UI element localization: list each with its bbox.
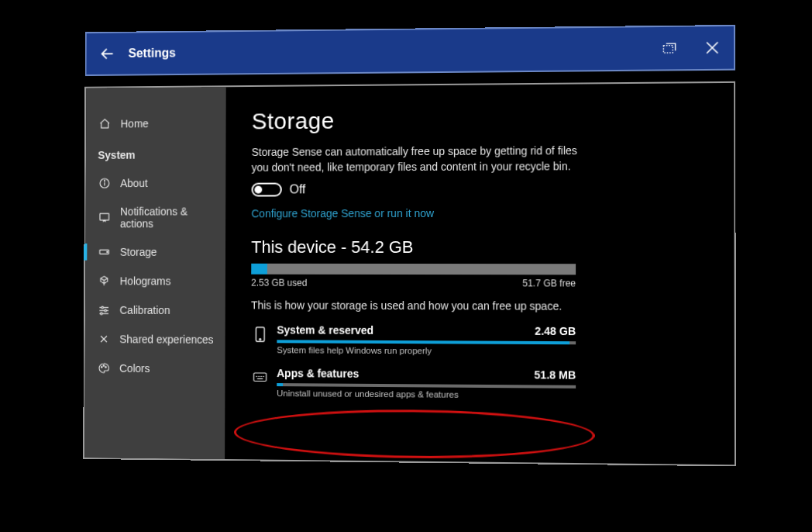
svg-point-12 [101,313,103,315]
main-content: Storage Storage Sense can automatically … [225,83,735,465]
breakdown-description: This is how your storage is used and how… [251,299,707,313]
sidebar-item-home[interactable]: Home [86,109,226,139]
close-icon [705,40,719,54]
storage-sense-toggle-label: Off [290,183,306,197]
sidebar-item-label: Storage [120,246,157,258]
svg-point-15 [105,367,107,368]
device-usage-fill [251,264,267,275]
svg-rect-18 [253,373,266,382]
row-bar-fill [277,383,283,386]
svg-point-14 [103,365,105,367]
settings-window: Settings Home Sy [83,25,736,466]
titlebar: Settings [85,25,736,76]
svg-point-13 [101,367,102,368]
sliders-icon [97,303,110,317]
row-name: Apps & features [277,367,359,380]
sidebar-item-label: About [120,177,147,189]
storage-sense-description: Storage Sense can automatically free up … [252,143,584,175]
sidebar-item-about[interactable]: About [86,168,226,198]
close-button[interactable] [691,26,734,69]
sidebar: Home System About Notifications & action… [84,87,226,459]
storage-row-system-reserved[interactable]: System & reserved 2.48 GB System files h… [251,323,707,357]
device-icon [251,323,270,345]
info-icon [98,176,111,190]
window-title: Settings [129,47,176,60]
sidebar-item-calibration[interactable]: Calibration [85,295,225,325]
row-sub: Uninstall unused or undesired apps & fea… [277,389,707,401]
sidebar-item-storage[interactable]: Storage [85,237,225,267]
row-sub: System files help Windows run properly [277,345,707,357]
row-bar-fill [277,340,569,344]
page-title: Storage [252,105,707,135]
sidebar-item-label: Shared experiences [119,333,213,345]
toggle-knob [254,186,262,194]
row-bar [277,383,576,389]
back-button[interactable] [86,33,128,74]
row-size: 2.48 GB [535,325,576,337]
multitask-button[interactable] [648,27,690,70]
device-usage-bar [251,264,576,275]
holograms-icon [98,274,111,288]
storage-row-apps-features[interactable]: Apps & features 51.8 MB Uninstall unused… [251,367,707,401]
configure-storage-sense-link[interactable]: Configure Storage Sense or run it now [251,207,434,219]
window-body: Home System About Notifications & action… [83,81,736,467]
row-bar [277,340,576,344]
sidebar-item-label: Colors [119,362,150,375]
notifications-icon [98,211,111,225]
palette-icon [97,361,110,375]
sidebar-item-label: Notifications & actions [120,206,217,230]
svg-point-8 [102,306,104,309]
storage-sense-toggle-row: Off [252,181,707,197]
row-size: 51.8 MB [535,368,576,382]
sidebar-group-system: System [86,137,226,168]
shared-icon [97,332,110,346]
sidebar-item-holograms[interactable]: Holograms [85,267,225,296]
sidebar-item-label: Calibration [119,304,170,316]
svg-point-3 [104,181,105,181]
svg-rect-4 [100,213,109,220]
svg-point-10 [105,309,107,312]
sidebar-item-colors[interactable]: Colors [85,354,225,384]
svg-point-17 [260,339,261,340]
row-name: System & reserved [277,324,373,337]
device-heading: This device - 54.2 GB [251,237,707,257]
svg-point-6 [107,251,108,252]
apps-icon [251,367,270,389]
arrow-left-icon [99,45,115,62]
svg-rect-0 [663,46,673,53]
multitask-icon [662,41,677,55]
sidebar-item-shared-experiences[interactable]: Shared experiences [85,324,225,354]
sidebar-item-label: Holograms [120,275,171,287]
home-icon [98,117,112,131]
device-usage-labels: 2.53 GB used 51.7 GB free [251,278,576,289]
used-label: 2.53 GB used [251,278,307,288]
sidebar-item-label: Home [121,117,149,130]
storage-sense-toggle[interactable] [252,183,282,197]
storage-icon [98,245,111,259]
sidebar-item-notifications[interactable]: Notifications & actions [85,198,225,238]
free-label: 51.7 GB free [522,278,576,288]
